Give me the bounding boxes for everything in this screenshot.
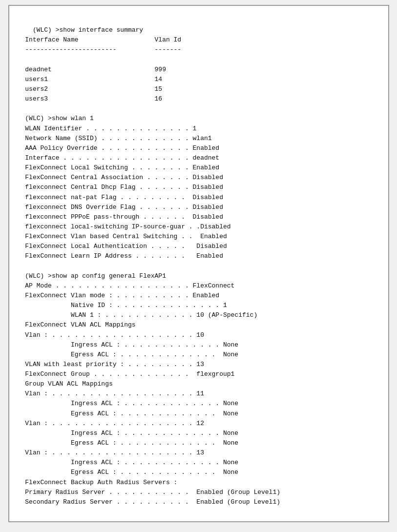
terminal-text: (WLC) >show interface summary Interface … <box>21 26 281 506</box>
terminal-output: (WLC) >show interface summary Interface … <box>8 5 389 522</box>
